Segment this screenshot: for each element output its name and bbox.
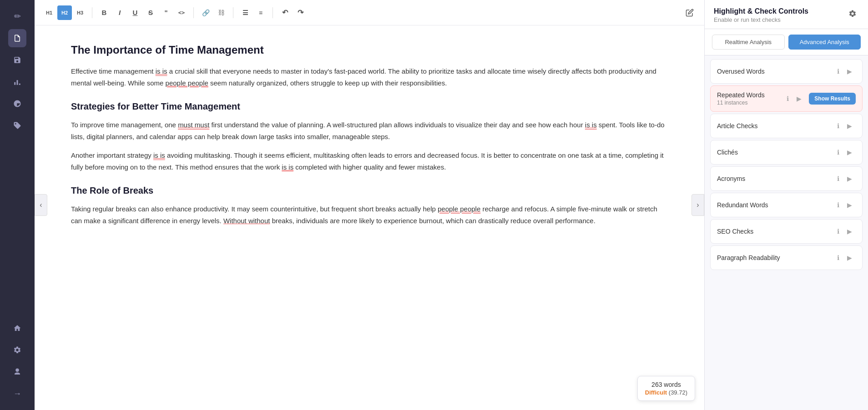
left-sidebar: ✏ → (0, 0, 35, 410)
numbered-list-btn[interactable]: ≡ (253, 5, 268, 20)
acronyms-info-icon[interactable]: ℹ (837, 175, 839, 182)
repeated-word-is-4: is is (282, 163, 293, 171)
cliches-item[interactable]: Clichés ℹ ▶ (710, 140, 863, 165)
repeated-word-must: must must (178, 121, 209, 129)
unlink-btn[interactable]: ⛓ (214, 5, 228, 20)
paragraph-3: Another important strategy is is avoidin… (71, 150, 668, 173)
h3-btn[interactable]: H3 (73, 5, 87, 20)
link-group: 🔗 ⛓ (198, 5, 228, 20)
nav-arrow-left[interactable]: ‹ (35, 194, 47, 216)
edit-pencil-icon[interactable] (682, 5, 697, 20)
paragraph-4: Taking regular breaks can also enhance p… (71, 203, 668, 226)
article-checks-item[interactable]: Article Checks ℹ ▶ (710, 114, 863, 138)
repeated-words-play-icon[interactable]: ▶ (792, 92, 805, 105)
gear-settings-icon[interactable] (846, 7, 859, 20)
seo-checks-play-icon[interactable]: ▶ (843, 225, 856, 238)
redundant-words-item[interactable]: Redundant Words ℹ ▶ (710, 193, 863, 217)
user-icon[interactable] (8, 363, 26, 381)
overused-words-info-icon[interactable]: ℹ (837, 68, 839, 75)
pie-chart-icon[interactable] (8, 95, 26, 113)
divider-4 (273, 7, 273, 18)
paragraph-2: To improve time management, one must mus… (71, 119, 668, 142)
format-group: B I U S " <> (97, 5, 189, 20)
bullet-list-btn[interactable]: ☰ (238, 5, 252, 20)
readability-label: Difficult (645, 389, 667, 396)
seo-checks-item[interactable]: SEO Checks ℹ ▶ (710, 219, 863, 244)
tab-advanced[interactable]: Advanced Analysis (788, 35, 861, 50)
cliches-play-icon[interactable]: ▶ (843, 146, 856, 159)
overused-words-item[interactable]: Overused Words ℹ ▶ (710, 59, 863, 84)
chart-bar-icon[interactable] (8, 73, 26, 91)
redundant-words-play-icon[interactable]: ▶ (843, 199, 856, 211)
article-checks-info-icon[interactable]: ℹ (837, 122, 839, 130)
acronyms-item[interactable]: Acronyms ℹ ▶ (710, 166, 863, 191)
show-results-button[interactable]: Show Results (809, 93, 856, 105)
italic-btn[interactable]: I (112, 5, 127, 20)
code-btn[interactable]: <> (174, 5, 189, 20)
overused-words-play-icon[interactable]: ▶ (843, 65, 856, 78)
seo-checks-label: SEO Checks (717, 228, 834, 235)
editor-area: H1 H2 H3 B I U S " <> 🔗 ⛓ ☰ ≡ ↶ ↷ (35, 0, 704, 410)
history-group: ↶ ↷ (278, 5, 308, 20)
checks-list: Overused Words ℹ ▶ Repeated Words 11 ins… (705, 55, 868, 274)
undo-btn[interactable]: ↶ (278, 5, 292, 20)
save-icon[interactable] (8, 51, 26, 69)
expand-arrow-icon[interactable]: → (8, 385, 26, 403)
paragraph-readability-play-icon[interactable]: ▶ (843, 251, 856, 264)
right-panel-header: Highlight & Check Controls Enable or run… (705, 0, 868, 29)
heading-breaks: The Role of Breaks (71, 185, 668, 196)
redundant-words-info-icon[interactable]: ℹ (837, 201, 839, 209)
paragraph-readability-label: Paragraph Readability (717, 254, 834, 261)
divider-2 (193, 7, 194, 18)
article-checks-play-icon[interactable]: ▶ (843, 120, 856, 132)
right-panel: Highlight & Check Controls Enable or run… (704, 0, 868, 410)
strikethrough-btn[interactable]: S (143, 5, 158, 20)
word-count-box: 263 words Difficult (39.72) (637, 376, 695, 401)
heading-group: H1 H2 H3 (42, 5, 87, 20)
paragraph-readability-info-icon[interactable]: ℹ (837, 254, 839, 261)
readability-score: (39.72) (669, 389, 687, 396)
repeated-words-item[interactable]: Repeated Words 11 instances ℹ ▶ Show Res… (710, 85, 863, 112)
repeated-words-info-icon[interactable]: ℹ (787, 95, 789, 102)
word-count: 263 words (645, 381, 687, 388)
repeated-word-people-1: people people (166, 79, 208, 87)
acronyms-label: Acronyms (717, 175, 834, 182)
tab-realtime[interactable]: Realtime Analysis (712, 35, 785, 50)
nav-arrow-right[interactable]: › (691, 194, 704, 216)
editor-toolbar: H1 H2 H3 B I U S " <> 🔗 ⛓ ☰ ≡ ↶ ↷ (35, 0, 704, 25)
document-icon[interactable] (8, 29, 26, 47)
list-group: ☰ ≡ (238, 5, 268, 20)
repeated-word-people-2: people people (438, 205, 480, 213)
bold-btn[interactable]: B (97, 5, 111, 20)
h2-btn[interactable]: H2 (57, 5, 72, 20)
repeated-word-without: Without without (223, 217, 270, 225)
seo-checks-info-icon[interactable]: ℹ (837, 228, 839, 235)
paragraph-readability-item[interactable]: Paragraph Readability ℹ ▶ (710, 245, 863, 270)
panel-subtitle: Enable or run text checks (714, 16, 808, 23)
divider-3 (233, 7, 233, 18)
article-checks-label: Article Checks (717, 122, 834, 130)
underline-btn[interactable]: U (128, 5, 142, 20)
quote-btn[interactable]: " (159, 5, 173, 20)
repeated-word-is-3: is is (153, 151, 165, 159)
article-title: The Importance of Time Management (71, 44, 668, 56)
redo-btn[interactable]: ↷ (293, 5, 308, 20)
pen-icon[interactable]: ✏ (8, 7, 26, 25)
repeated-word-is-2: is is (585, 121, 597, 129)
tag-icon[interactable] (8, 116, 26, 135)
editor-content[interactable]: The Importance of Time Management Effect… (35, 25, 704, 410)
h1-btn[interactable]: H1 (42, 5, 56, 20)
paragraph-1: Effective time management is is a crucia… (71, 65, 668, 89)
settings-icon[interactable] (8, 341, 26, 359)
analysis-tabs: Realtime Analysis Advanced Analysis (705, 29, 868, 55)
repeated-words-label: Repeated Words (717, 91, 784, 99)
panel-title: Highlight & Check Controls (714, 7, 808, 15)
cliches-label: Clichés (717, 149, 834, 156)
link-btn[interactable]: 🔗 (198, 5, 213, 20)
repeated-words-instances: 11 instances (717, 100, 784, 106)
heading-strategies: Strategies for Better Time Management (71, 101, 668, 112)
home-icon[interactable] (8, 319, 26, 337)
cliches-info-icon[interactable]: ℹ (837, 149, 839, 156)
acronyms-play-icon[interactable]: ▶ (843, 172, 856, 185)
redundant-words-label: Redundant Words (717, 201, 834, 209)
